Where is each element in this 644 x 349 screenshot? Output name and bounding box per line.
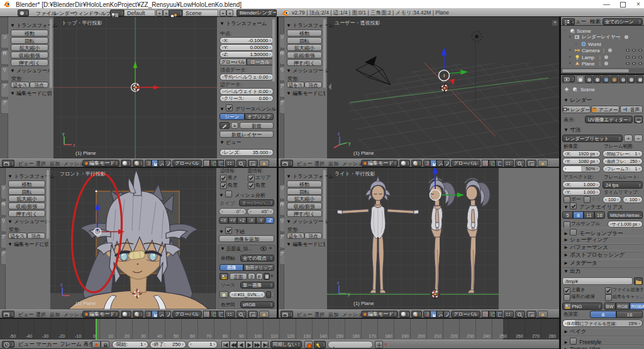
svg-text:y: y bbox=[348, 141, 351, 146]
svg-text:y: y bbox=[348, 292, 350, 297]
svg-text:z: z bbox=[60, 282, 63, 287]
svg-text:z: z bbox=[338, 131, 340, 136]
svg-text:y: y bbox=[62, 131, 65, 136]
svg-text:z: z bbox=[337, 280, 340, 285]
svg-text:x: x bbox=[73, 143, 75, 147]
